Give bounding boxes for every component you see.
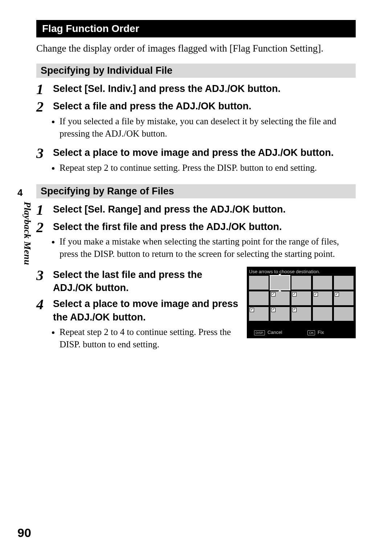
step-title: Select a file and press the ADJ./OK butt… xyxy=(53,100,356,113)
check-icon: ✓ xyxy=(314,292,318,296)
section-side-label: Playback Menu xyxy=(22,202,33,265)
disp-key-icon: DISP. xyxy=(254,330,265,335)
check-icon: ✓ xyxy=(271,292,275,296)
screenshot-title: Use arrows to choose destination. xyxy=(249,269,354,274)
step-number: 2 xyxy=(36,100,53,114)
cancel-hint: DISP. Cancel xyxy=(254,330,282,335)
thumbnail: ✓ xyxy=(270,307,290,321)
step-bullet: If you selected a file by mistake, you c… xyxy=(60,115,356,140)
camera-screenshot: Use arrows to choose destination. ✓✓✓✓✓✓… xyxy=(247,267,356,338)
thumbnail xyxy=(313,276,332,290)
step-number: 4 xyxy=(36,297,53,312)
check-icon: ✓ xyxy=(250,308,254,312)
step-bullet: Repeat step 2 to continue setting. Press… xyxy=(60,162,356,174)
step-title: Select [Sel. Range] and press the ADJ./O… xyxy=(53,203,356,216)
thumbnail: ✓ xyxy=(334,291,354,305)
intro-text: Change the display order of images flagg… xyxy=(36,42,356,55)
page-number: 90 xyxy=(17,526,31,540)
thumbnail xyxy=(334,276,354,290)
thumbnail: ✓ xyxy=(270,291,290,305)
step: 4 Select a place to move image and press… xyxy=(36,297,241,354)
subheading-range: Specifying by Range of Files xyxy=(36,184,356,198)
thumbnail: ✓ xyxy=(291,291,311,305)
step: 3 Select a place to move image and press… xyxy=(36,146,356,177)
step-number: 3 xyxy=(36,268,53,283)
step: 1 Select [Sel. Range] and press the ADJ.… xyxy=(36,203,356,217)
step-title: Select the first file and press the ADJ.… xyxy=(53,220,356,233)
subheading-individual: Specifying by Individual File xyxy=(36,64,356,78)
ok-hint: OK Fix xyxy=(307,330,324,335)
thumbnail xyxy=(313,307,332,321)
section-title: Flag Function Order xyxy=(36,20,356,37)
thumbnail xyxy=(334,307,354,321)
thumbnail: ✓ xyxy=(313,291,332,305)
step-title: Select a place to move image and press t… xyxy=(53,297,241,324)
thumbnail xyxy=(291,276,311,290)
check-icon: ✓ xyxy=(292,292,297,296)
step: 2 Select a file and press the ADJ./OK bu… xyxy=(36,100,356,143)
thumbnail xyxy=(249,291,269,305)
check-icon: ✓ xyxy=(271,308,275,312)
thumbnail: ✓ xyxy=(249,307,269,321)
chapter-number: 4 xyxy=(17,187,23,198)
step-number: 2 xyxy=(36,220,53,235)
step-number: 1 xyxy=(36,82,53,97)
step: 3 Select the last file and press the ADJ… xyxy=(36,268,241,295)
step-bullet: Repeat step 2 to 4 to continue setting. … xyxy=(60,326,241,351)
check-icon: ✓ xyxy=(292,308,297,312)
step-number: 1 xyxy=(36,203,53,217)
step-title: Select a place to move image and press t… xyxy=(53,146,356,159)
step-title: Select the last file and press the ADJ./… xyxy=(53,268,241,295)
step-number: 3 xyxy=(36,146,53,161)
ok-key-icon: OK xyxy=(307,330,315,335)
step-bullet: If you make a mistake when selecting the… xyxy=(60,235,356,260)
step: 2 Select the first file and press the AD… xyxy=(36,220,356,264)
step: 1 Select [Sel. Indiv.] and press the ADJ… xyxy=(36,82,356,97)
thumbnail-grid: ✓✓✓✓✓✓✓ xyxy=(249,276,354,321)
thumbnail: ✓ xyxy=(291,307,311,321)
step-title: Select [Sel. Indiv.] and press the ADJ./… xyxy=(53,82,356,95)
thumbnail xyxy=(270,276,290,290)
check-icon: ✓ xyxy=(335,292,339,296)
thumbnail xyxy=(249,276,269,290)
